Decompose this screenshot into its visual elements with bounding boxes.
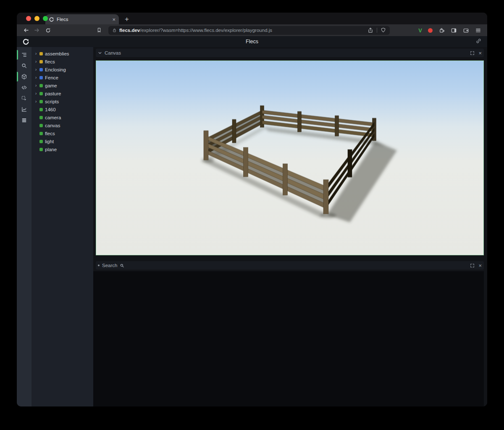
- new-tab-button[interactable]: +: [125, 16, 129, 23]
- expander-chevron-icon[interactable]: ›: [34, 59, 37, 64]
- code-icon[interactable]: [20, 84, 29, 92]
- expand-panel-icon[interactable]: [470, 263, 475, 268]
- sidebar-panel-icon[interactable]: [451, 27, 457, 34]
- canvas-panel-header: Canvas ×: [96, 49, 484, 57]
- entity-color-square: [39, 116, 43, 119]
- wallet-icon[interactable]: [463, 27, 469, 34]
- app-title: Flecs: [17, 39, 487, 45]
- extension-v-icon[interactable]: V: [418, 27, 422, 34]
- expander-chevron-icon[interactable]: ›: [34, 75, 37, 80]
- tree-item-1460[interactable]: 1460: [32, 105, 93, 113]
- canvas-panel-title: Canvas: [105, 50, 121, 55]
- reload-button[interactable]: [43, 26, 53, 35]
- tree-item-canvas[interactable]: canvas: [32, 121, 93, 129]
- entity-color-square: [39, 132, 43, 135]
- entity-label: Enclosing: [45, 67, 66, 72]
- tree-item-pasture[interactable]: ›pasture: [32, 89, 93, 97]
- tab-close-icon[interactable]: ×: [112, 17, 116, 22]
- canvas-3d-scene: [96, 61, 483, 255]
- shield-icon[interactable]: [381, 27, 386, 33]
- entity-label: 1460: [45, 107, 56, 112]
- tables-rows-icon[interactable]: [20, 116, 29, 124]
- share-link-icon[interactable]: [475, 38, 482, 46]
- entity-color-square: [39, 140, 43, 143]
- inspect-cursor-icon[interactable]: [20, 94, 29, 102]
- close-panel-icon[interactable]: ×: [478, 263, 482, 268]
- tree-item-scripts[interactable]: ›scripts: [32, 97, 93, 105]
- entity-color-square: [39, 68, 43, 71]
- tree-item-flecs[interactable]: flecs: [32, 129, 93, 137]
- forward-button[interactable]: [32, 26, 42, 35]
- entity-color-square: [39, 84, 43, 87]
- sky-and-ground: [96, 61, 483, 255]
- entity-color-square: [39, 60, 43, 63]
- entity-label: pasture: [45, 91, 61, 96]
- expand-panel-icon[interactable]: [470, 51, 475, 55]
- tree-item-Fence[interactable]: ›Fence: [32, 73, 93, 81]
- entity-color-square: [39, 108, 43, 111]
- entity-label: assemblies: [45, 51, 69, 56]
- tree-item-flecs[interactable]: ›flecs: [32, 58, 93, 66]
- canvas-3d-viewport[interactable]: [96, 60, 484, 255]
- extensions-puzzle-icon[interactable]: [438, 27, 445, 34]
- tree-item-Enclosing[interactable]: ›Enclosing: [32, 66, 93, 73]
- tree-item-light[interactable]: light: [32, 137, 93, 145]
- close-panel-icon[interactable]: ×: [478, 50, 482, 56]
- url-domain: flecs.dev: [119, 28, 140, 33]
- address-bar[interactable]: flecs.dev/explorer/?wasm=https://www.fle…: [108, 26, 390, 35]
- browser-tab[interactable]: Flecs ×: [45, 14, 119, 24]
- tab-favicon-flecs-logo: [49, 17, 54, 22]
- app-header: Flecs: [17, 36, 487, 47]
- share-icon[interactable]: [368, 27, 373, 33]
- bookmarks-icon[interactable]: [94, 26, 104, 35]
- expander-chevron-icon[interactable]: ›: [34, 51, 37, 56]
- expander-chevron-icon[interactable]: ›: [34, 91, 37, 96]
- entity-label: canvas: [45, 123, 60, 128]
- browser-window: Flecs × + flecs.dev/explorer/?wasm=https…: [17, 13, 487, 406]
- tree-item-game[interactable]: ›game: [32, 81, 93, 89]
- panel-bullet-icon[interactable]: [98, 265, 100, 266]
- search-panel-title: Search: [102, 263, 117, 268]
- back-button[interactable]: [21, 26, 31, 35]
- main-panels: Canvas ×: [93, 47, 487, 406]
- entity-label: plane: [45, 147, 57, 152]
- icon-rail: [17, 47, 32, 406]
- browser-tab-strip: Flecs × +: [17, 13, 487, 24]
- entity-color-square: [39, 52, 43, 55]
- expander-chevron-icon[interactable]: ›: [34, 83, 37, 88]
- tree-item-plane[interactable]: plane: [32, 145, 93, 153]
- entity-label: light: [45, 139, 54, 144]
- expander-chevron-icon[interactable]: ›: [34, 99, 37, 104]
- scene-cube-icon[interactable]: [20, 73, 29, 81]
- collapse-chevron-icon[interactable]: [98, 51, 102, 55]
- search-panel-content[interactable]: [93, 271, 484, 406]
- desktop-background: Flecs × + flecs.dev/explorer/?wasm=https…: [0, 0, 504, 430]
- window-controls: [26, 16, 48, 21]
- zoom-window-button[interactable]: [43, 16, 48, 21]
- menu-hamburger-icon[interactable]: [475, 27, 481, 34]
- divider: [377, 28, 377, 33]
- entity-label: camera: [45, 115, 61, 120]
- extension-red-dot-icon[interactable]: [428, 28, 433, 33]
- close-window-button[interactable]: [26, 16, 31, 21]
- entity-label: Fence: [45, 75, 58, 80]
- stats-chart-icon[interactable]: [20, 105, 29, 113]
- minimize-window-button[interactable]: [34, 16, 39, 21]
- search-panel-actions: ×: [470, 263, 482, 268]
- tree-item-assemblies[interactable]: ›assemblies: [32, 50, 93, 58]
- address-bar-actions: [368, 27, 386, 33]
- outliner-icon[interactable]: [20, 51, 29, 59]
- browser-toolbar: flecs.dev/explorer/?wasm=https://www.fle…: [17, 24, 487, 36]
- lock-icon: [112, 28, 117, 33]
- canvas-panel-actions: ×: [470, 50, 482, 56]
- expander-chevron-icon[interactable]: ›: [34, 67, 37, 72]
- entity-label: flecs: [45, 59, 55, 64]
- search-icon[interactable]: [20, 62, 29, 70]
- url-path: /explorer/?wasm=https://www.flecs.dev/ex…: [140, 28, 272, 33]
- entity-label: scripts: [45, 99, 59, 104]
- search-small-icon: [120, 263, 124, 268]
- entity-label: flecs: [45, 131, 55, 136]
- tree-item-camera[interactable]: camera: [32, 113, 93, 121]
- entity-tree: ›assemblies›flecs›Enclosing›Fence›game›p…: [32, 47, 93, 406]
- search-panel-header: Search ×: [96, 261, 484, 270]
